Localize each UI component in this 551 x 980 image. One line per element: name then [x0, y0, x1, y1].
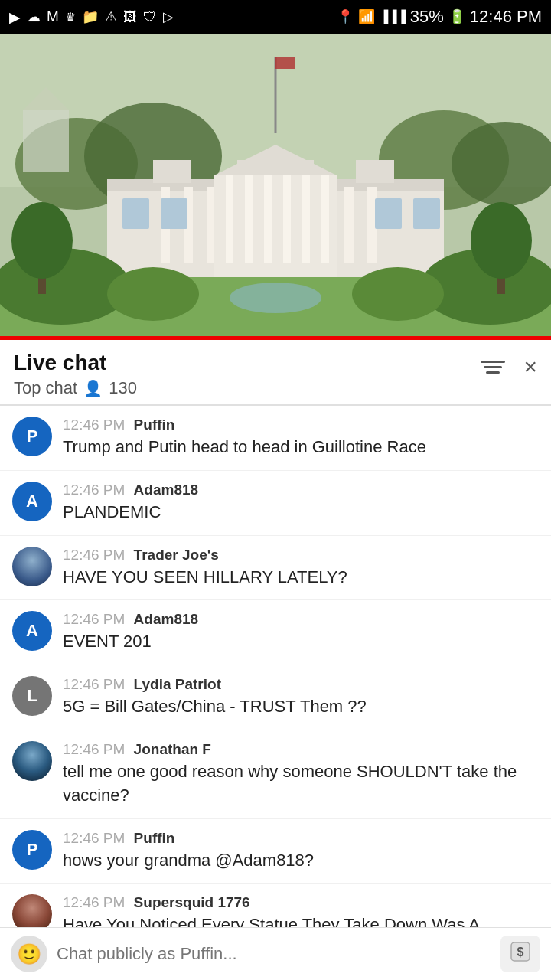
alert-icon: ⚠ — [105, 8, 117, 25]
message-username[interactable]: Jonathan F — [134, 741, 211, 757]
battery-icon: 🔋 — [448, 8, 465, 25]
mastodon-icon: M — [47, 8, 59, 25]
svg-point-42 — [352, 267, 444, 321]
svg-rect-36 — [413, 198, 440, 229]
svg-point-46 — [471, 202, 532, 279]
message-time: 12:46 PM — [63, 676, 125, 692]
message-content: 12:46 PM Puffin hows your grandma @Adam8… — [63, 830, 539, 873]
svg-rect-32 — [321, 175, 329, 263]
close-button[interactable]: × — [523, 354, 537, 380]
chat-message: 12:46 PM Jonathan F tell me one good rea… — [0, 730, 551, 819]
message-username[interactable]: Adam818 — [134, 611, 199, 627]
message-username[interactable]: Adam818 — [134, 482, 199, 498]
svg-rect-31 — [302, 175, 310, 263]
svg-point-41 — [107, 267, 199, 321]
chat-message: 12:46 PM Trader Joe's HAVE YOU SEEN HILL… — [0, 536, 551, 601]
message-time: 12:46 PM — [63, 830, 125, 846]
message-username[interactable]: Trader Joe's — [134, 547, 219, 563]
svg-rect-14 — [356, 160, 394, 183]
crown-icon: ♛ — [65, 10, 76, 24]
svg-rect-9 — [276, 57, 295, 69]
status-bar: ▶ ☁ M ♛ 📁 ⚠ 🖼 🛡 ▷ 📍 📶 ▐▐▐ 35% 🔋 12:46 PM — [0, 0, 551, 34]
message-content: 12:46 PM Lydia Patriot 5G = Bill Gates/C… — [63, 676, 539, 719]
message-meta: 12:46 PM Adam818 — [63, 611, 539, 628]
video-player[interactable] — [0, 34, 551, 340]
message-content: 12:46 PM Trader Joe's HAVE YOU SEEN HILL… — [63, 547, 539, 590]
message-time: 12:46 PM — [63, 416, 125, 433]
avatar: P — [12, 416, 52, 456]
svg-rect-33 — [122, 198, 149, 229]
filter-button[interactable] — [481, 361, 505, 374]
chat-header-left: Live chat Top chat 👤 130 — [14, 351, 137, 398]
avatar: L — [12, 676, 52, 716]
message-text: hows your grandma @Adam818? — [63, 849, 539, 873]
message-username[interactable]: Supersquid 1776 — [134, 894, 250, 910]
message-time: 12:46 PM — [63, 611, 125, 627]
battery-percent: 35% — [410, 7, 444, 27]
chat-message: A 12:46 PM Adam818 EVENT 201 — [0, 600, 551, 665]
emoji-icon: 🙂 — [17, 942, 41, 966]
message-text: tell me one good reason why someone SHOU… — [63, 760, 539, 808]
status-bar-right: 📍 📶 ▐▐▐ 35% 🔋 12:46 PM — [337, 7, 542, 27]
svg-point-44 — [11, 202, 73, 279]
youtube-icon: ▶ — [9, 8, 21, 26]
chat-message: P 12:46 PM Puffin hows your grandma @Ada… — [0, 819, 551, 884]
svg-rect-6 — [23, 110, 69, 172]
message-content: 12:46 PM Puffin Trump and Putin head to … — [63, 416, 539, 459]
shield-icon: 🛡 — [143, 9, 157, 25]
svg-rect-12 — [153, 160, 191, 183]
message-text: EVENT 201 — [63, 630, 539, 654]
message-username[interactable]: Puffin — [134, 830, 175, 846]
svg-rect-34 — [161, 198, 187, 229]
avatar: A — [12, 611, 52, 651]
message-username[interactable]: Puffin — [134, 416, 175, 433]
message-time: 12:46 PM — [63, 741, 125, 757]
location-icon: 📍 — [337, 8, 354, 25]
wifi-icon: 📶 — [358, 8, 375, 25]
message-meta: 12:46 PM Supersquid 1776 — [63, 894, 539, 911]
filter-line-3 — [486, 371, 500, 374]
message-text: HAVE YOU SEEN HILLARY LATELY? — [63, 566, 539, 590]
emoji-button[interactable]: 🙂 — [11, 936, 47, 972]
chat-subtitle: Top chat 👤 130 — [14, 378, 137, 398]
message-meta: 12:46 PM Trader Joe's — [63, 547, 539, 564]
cloud-icon: ☁ — [27, 8, 41, 25]
filter-line-2 — [484, 366, 502, 368]
message-meta: 12:46 PM Puffin — [63, 830, 539, 847]
message-meta: 12:46 PM Lydia Patriot — [63, 676, 539, 693]
message-text: PLANDEMIC — [63, 501, 539, 524]
chat-header: Live chat Top chat 👤 130 × — [0, 340, 551, 405]
message-time: 12:46 PM — [63, 894, 125, 910]
chat-message: A 12:46 PM Adam818 PLANDEMIC — [0, 471, 551, 536]
message-meta: 12:46 PM Jonathan F — [63, 741, 539, 758]
status-bar-left: ▶ ☁ M ♛ 📁 ⚠ 🖼 🛡 ▷ — [9, 8, 174, 26]
chat-messages-list: P 12:46 PM Puffin Trump and Putin head t… — [0, 406, 551, 952]
video-progress-bar[interactable] — [0, 336, 551, 340]
avatar: A — [12, 482, 52, 521]
chat-title: Live chat — [14, 351, 137, 375]
signal-icon: ▐▐▐ — [380, 10, 406, 24]
svg-rect-35 — [375, 198, 402, 229]
live-chat-panel: Live chat Top chat 👤 130 × P 12:46 PM — [0, 340, 551, 952]
message-text: Trump and Putin head to head in Guilloti… — [63, 436, 539, 459]
message-time: 12:46 PM — [63, 482, 125, 498]
send-icon: $ — [510, 941, 531, 967]
send-button[interactable]: $ — [500, 936, 540, 972]
viewer-icon: 👤 — [83, 379, 103, 397]
chat-header-right: × — [481, 354, 537, 380]
chat-message: P 12:46 PM Puffin Trump and Putin head t… — [0, 406, 551, 471]
svg-rect-28 — [245, 175, 253, 263]
play-store-icon: ▷ — [163, 8, 174, 25]
message-text: 5G = Bill Gates/China - TRUST Them ?? — [63, 695, 539, 719]
video-thumbnail — [0, 34, 551, 340]
avatar — [12, 741, 52, 781]
svg-rect-27 — [226, 175, 233, 263]
chat-input-field[interactable] — [57, 944, 491, 964]
filter-line-1 — [481, 361, 505, 363]
message-username[interactable]: Lydia Patriot — [134, 676, 221, 692]
top-chat-label[interactable]: Top chat — [14, 378, 77, 398]
svg-rect-30 — [283, 175, 291, 263]
folder-icon: 📁 — [82, 8, 99, 25]
svg-text:$: $ — [517, 946, 524, 959]
chat-input-bar: 🙂 $ — [0, 927, 551, 980]
